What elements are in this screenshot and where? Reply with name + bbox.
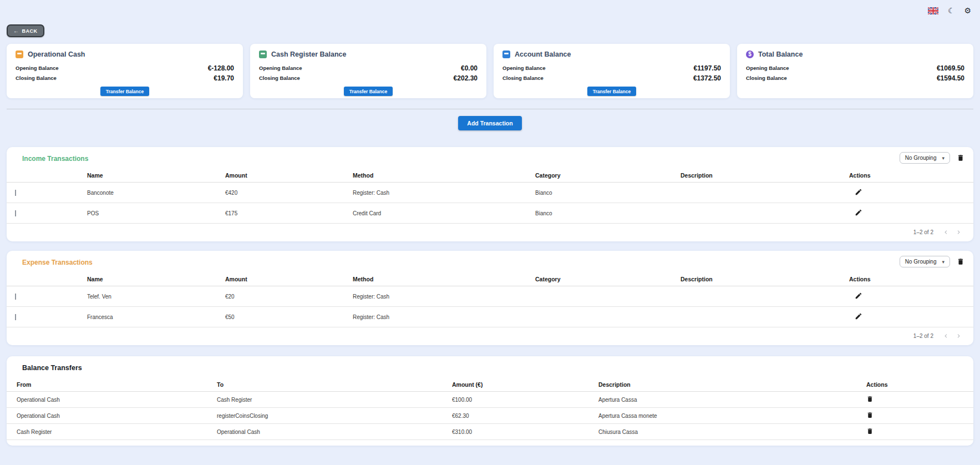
cell-amount: €50 xyxy=(217,314,344,320)
column-header-actions: Actions xyxy=(841,276,973,282)
settings-gear-icon[interactable]: ⚙ xyxy=(964,6,971,15)
opening-balance-value: €1197.50 xyxy=(694,64,721,72)
income-pagination: 1–2 of 2 xyxy=(7,224,973,240)
row-checkbox[interactable] xyxy=(15,294,16,300)
cell-description: Apertura Cassa xyxy=(588,397,856,403)
dark-mode-moon-icon[interactable]: ☾ xyxy=(948,6,955,15)
cell-name: Telef. Ven xyxy=(79,294,217,300)
cell-method: Register: Cash xyxy=(344,314,527,320)
card-title: Total Balance xyxy=(758,50,803,58)
expense-bulk-delete-trash-icon[interactable] xyxy=(957,257,964,266)
language-flag-icon[interactable] xyxy=(928,6,938,15)
income-grouping-dropdown[interactable]: No Grouping ▾ xyxy=(900,152,950,164)
income-transactions-title: Income Transactions xyxy=(7,147,973,168)
column-header-name: Name xyxy=(79,172,217,179)
opening-balance-label: Opening Balance xyxy=(16,65,59,71)
column-header-description: Description xyxy=(672,276,841,282)
cell-from: Cash Register xyxy=(7,429,207,435)
row-checkbox[interactable] xyxy=(15,314,16,320)
delete-trash-icon[interactable] xyxy=(866,411,874,419)
operational-cash-card: Operational Cash Opening Balance €-128.0… xyxy=(7,44,243,98)
edit-pencil-icon[interactable] xyxy=(855,312,862,320)
delete-trash-icon[interactable] xyxy=(866,427,874,435)
transfer-balance-button[interactable]: Transfer Balance xyxy=(100,87,150,96)
card-title: Account Balance xyxy=(515,50,571,58)
cell-amount: €420 xyxy=(217,190,344,196)
opening-balance-value: €-128.00 xyxy=(208,64,234,72)
pagination-prev-icon[interactable] xyxy=(942,229,949,236)
column-header-actions: Actions xyxy=(856,381,973,388)
balance-transfers-title: Balance Transfers xyxy=(7,356,973,377)
register-icon xyxy=(259,50,267,58)
cell-amount: €20 xyxy=(217,294,344,300)
grouping-value: No Grouping xyxy=(905,155,937,161)
column-header-description: Description xyxy=(672,172,841,179)
cell-description: Apertura Cassa monete xyxy=(588,413,856,419)
transfer-balance-button[interactable]: Transfer Balance xyxy=(587,87,637,96)
income-table-header: Name Amount Method Category Description … xyxy=(7,168,973,183)
opening-balance-label: Opening Balance xyxy=(259,65,302,71)
transfers-table-header: From To Amount (€) Description Actions xyxy=(7,377,973,392)
column-header-amount: Amount xyxy=(217,276,344,282)
income-bulk-delete-trash-icon[interactable] xyxy=(957,154,964,162)
transfer-row: Operational Cash Cash Register €100.00 A… xyxy=(7,392,973,408)
income-table-row: Banconote €420 Register: Cash Bianco xyxy=(7,183,973,203)
cell-amount: €175 xyxy=(217,210,344,216)
expense-grouping-dropdown[interactable]: No Grouping ▾ xyxy=(900,256,950,267)
income-transactions-panel: Income Transactions No Grouping ▾ Name A… xyxy=(7,147,973,241)
column-header-category: Category xyxy=(527,172,672,179)
column-header-actions: Actions xyxy=(841,172,973,179)
back-button[interactable]: ← BACK xyxy=(7,24,44,37)
column-header-to: To xyxy=(207,381,442,388)
transfer-balance-button[interactable]: Transfer Balance xyxy=(344,87,393,96)
edit-pencil-icon[interactable] xyxy=(855,292,862,300)
cell-method: Register: Cash xyxy=(344,190,527,196)
closing-balance-value: €19.70 xyxy=(214,74,234,82)
add-transaction-button[interactable]: Add Transaction xyxy=(458,116,521,130)
row-checkbox[interactable] xyxy=(15,190,16,196)
cell-from: Operational Cash xyxy=(7,397,207,403)
topbar: ☾ ⚙ xyxy=(0,0,980,16)
row-checkbox[interactable] xyxy=(15,210,16,216)
cell-to: registerCoinsClosing xyxy=(207,413,442,419)
pagination-next-icon[interactable] xyxy=(955,332,962,340)
dollar-circle-icon xyxy=(746,50,754,58)
cell-category: Bianco xyxy=(527,190,672,196)
closing-balance-value: €202.30 xyxy=(454,74,478,82)
transfer-row: Cash Register Operational Cash €310.00 C… xyxy=(7,424,973,440)
column-header-method: Method xyxy=(344,172,527,179)
opening-balance-value: €1069.50 xyxy=(937,64,964,72)
card-title: Operational Cash xyxy=(28,50,85,58)
balance-cards-row: Operational Cash Opening Balance €-128.0… xyxy=(7,44,973,98)
chevron-down-icon: ▾ xyxy=(942,155,945,161)
opening-balance-value: €0.00 xyxy=(461,64,478,72)
cash-register-balance-card: Cash Register Balance Opening Balance €0… xyxy=(250,44,486,98)
cell-description: Chiusura Cassa xyxy=(588,429,856,435)
expense-transactions-panel: Expense Transactions No Grouping ▾ Name … xyxy=(7,251,973,345)
balance-transfers-panel: Balance Transfers From To Amount (€) Des… xyxy=(7,356,973,446)
cell-amount: €100.00 xyxy=(442,397,588,403)
closing-balance-value: €1372.50 xyxy=(693,74,721,82)
edit-pencil-icon[interactable] xyxy=(855,209,862,216)
column-header-amount: Amount xyxy=(217,172,344,179)
income-table-row: POS €175 Credit Card Bianco xyxy=(7,203,973,224)
pagination-range-label: 1–2 of 2 xyxy=(913,333,933,339)
edit-pencil-icon[interactable] xyxy=(855,188,862,196)
cell-name: Banconote xyxy=(79,190,217,196)
cash-icon xyxy=(16,50,23,58)
column-header-name: Name xyxy=(79,276,217,282)
back-arrow-icon: ← xyxy=(13,28,19,34)
cell-from: Operational Cash xyxy=(7,413,207,419)
cell-name: Francesca xyxy=(79,314,217,320)
back-button-label: BACK xyxy=(22,28,38,34)
closing-balance-label: Closing Balance xyxy=(16,75,57,81)
card-title: Cash Register Balance xyxy=(271,50,346,58)
delete-trash-icon[interactable] xyxy=(866,395,874,403)
cell-method: Register: Cash xyxy=(344,294,527,300)
account-balance-card: Account Balance Opening Balance €1197.50… xyxy=(494,44,730,98)
pagination-next-icon[interactable] xyxy=(955,229,962,236)
section-divider xyxy=(7,109,973,109)
cell-method: Credit Card xyxy=(344,210,527,216)
pagination-prev-icon[interactable] xyxy=(942,332,949,340)
account-icon xyxy=(502,50,510,58)
